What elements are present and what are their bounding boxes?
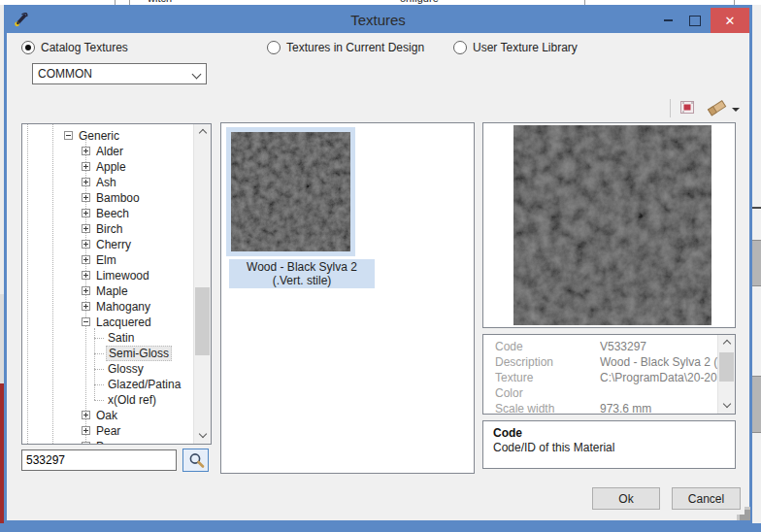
property-row-code[interactable]: CodeV533297 <box>483 339 718 354</box>
tree-item-label: Elm <box>96 253 116 267</box>
expand-icon[interactable] <box>82 240 90 249</box>
titlebar[interactable]: Textures ✕ <box>7 8 749 33</box>
tree-scrollbar[interactable] <box>193 124 211 444</box>
dropdown-caret-icon[interactable] <box>732 108 740 112</box>
tree-item-cherry[interactable]: Cherry <box>22 237 194 252</box>
tree-item-mahogany[interactable]: Mahogany <box>22 299 194 315</box>
expand-icon[interactable] <box>82 442 90 444</box>
tree-item-beech[interactable]: Beech <box>22 206 194 221</box>
tree-item-label: Generic <box>79 129 119 143</box>
tree-item-semi-gloss[interactable]: Semi-Gloss <box>22 346 194 361</box>
expand-icon[interactable] <box>82 271 90 280</box>
tree-item-pecan[interactable]: Pecan <box>22 439 194 444</box>
property-label: Scale width <box>495 401 600 415</box>
tree-item-label: Bamboo <box>96 191 140 205</box>
tree-item-x-old-ref[interactable]: x(Old ref) <box>22 392 194 408</box>
search-input[interactable] <box>21 449 177 471</box>
tree-item-label: Satin <box>108 331 134 345</box>
property-row-description[interactable]: DescriptionWood - Black Sylva 2 (.V <box>483 354 718 370</box>
ok-button[interactable]: Ok <box>592 487 660 510</box>
expand-icon[interactable] <box>82 411 90 419</box>
tree-item-apple[interactable]: Apple <box>22 159 194 175</box>
expand-icon[interactable] <box>82 147 90 155</box>
minimize-button[interactable] <box>657 8 678 33</box>
texture-flag-icon[interactable] <box>679 100 696 116</box>
expand-icon[interactable] <box>82 255 90 264</box>
tree-item-label: Limewood <box>96 269 149 283</box>
tree-item-label: Birch <box>96 222 122 236</box>
scroll-thumb[interactable] <box>719 352 734 382</box>
tree-item-label: Mahogany <box>96 300 150 314</box>
tree-item-lacquered[interactable]: Lacquered <box>22 315 194 330</box>
expand-icon[interactable] <box>82 302 90 311</box>
tree-item-bamboo[interactable]: Bamboo <box>22 190 194 206</box>
scroll-up-icon[interactable] <box>718 335 735 351</box>
texture-caption[interactable]: Wood - Black Sylva 2 (.Vert. stile) <box>229 259 375 288</box>
collapse-icon[interactable] <box>82 317 90 326</box>
tree-item-birch[interactable]: Birch <box>22 221 194 237</box>
expand-icon[interactable] <box>82 209 90 217</box>
property-row-scale-width[interactable]: Scale width973.6 mm <box>483 401 718 415</box>
texture-category-tree[interactable]: Generic Alder Apple Ash Bamboo Beech Bir… <box>21 123 212 445</box>
property-value: 973.6 mm <box>600 401 718 415</box>
tree-item-glazed-patina[interactable]: Glazed/Patina <box>22 377 194 392</box>
radio-label: Textures in Current Design <box>286 41 424 54</box>
chevron-down-icon <box>192 70 202 80</box>
expand-icon[interactable] <box>82 426 90 435</box>
property-row-texture[interactable]: TextureC:\ProgramData\20-20 T <box>483 370 718 385</box>
tree-item-generic[interactable]: Generic <box>22 128 194 144</box>
resize-grip[interactable] <box>737 507 744 515</box>
screen: witch onfigure Textures ✕ Cata <box>0 0 761 532</box>
property-info-panel: Code Code/ID of this Material <box>482 420 736 469</box>
maximize-button[interactable] <box>684 8 706 33</box>
tree-item-limewood[interactable]: Limewood <box>22 268 194 283</box>
cancel-button[interactable]: Cancel <box>672 487 741 510</box>
expand-icon[interactable] <box>82 286 90 295</box>
scroll-down-icon[interactable] <box>194 427 211 444</box>
search-icon <box>187 451 205 469</box>
tree-item-ash[interactable]: Ash <box>22 175 194 190</box>
tree-item-label: Oak <box>96 409 117 422</box>
property-value: V533297 <box>600 339 718 354</box>
tree-item-glossy[interactable]: Glossy <box>22 361 194 377</box>
radio-user-texture-library[interactable]: User Texture Library <box>453 40 578 54</box>
radio-icon <box>267 41 281 54</box>
properties-panel: CodeV533297 DescriptionWood - Black Sylv… <box>482 334 736 415</box>
scroll-up-icon[interactable] <box>194 124 211 141</box>
search-button[interactable] <box>182 449 209 472</box>
tree-item-maple[interactable]: Maple <box>22 283 194 299</box>
catalog-select[interactable]: COMMON <box>32 63 207 84</box>
property-label: Code <box>495 339 600 354</box>
radio-catalog-textures[interactable]: Catalog Textures <box>21 40 128 54</box>
scroll-thumb[interactable] <box>195 287 210 355</box>
scroll-down-icon[interactable] <box>718 397 735 414</box>
expand-icon[interactable] <box>82 193 90 202</box>
texture-thumbnail-selected[interactable] <box>226 127 355 256</box>
textures-dialog: Textures ✕ Catalog Textures Textures in … <box>4 5 752 523</box>
tree-item-alder[interactable]: Alder <box>22 144 194 159</box>
properties-scrollbar[interactable] <box>717 335 735 414</box>
radio-textures-in-current-design[interactable]: Textures in Current Design <box>267 40 424 54</box>
property-value <box>600 385 718 401</box>
tree-item-oak[interactable]: Oak <box>22 408 194 423</box>
expand-icon[interactable] <box>82 224 90 233</box>
expand-icon[interactable] <box>82 178 90 186</box>
tree-item-pear[interactable]: Pear <box>22 423 194 439</box>
close-button[interactable]: ✕ <box>711 8 749 33</box>
preview-toolbar <box>670 97 745 120</box>
tree-item-satin[interactable]: Satin <box>22 330 194 346</box>
properties-rows: CodeV533297 DescriptionWood - Black Sylv… <box>483 339 718 415</box>
window-title: Textures <box>350 12 406 28</box>
radio-label: Catalog Textures <box>41 41 128 54</box>
collapse-icon[interactable] <box>64 131 73 140</box>
property-row-color[interactable]: Color <box>483 385 718 401</box>
background-window-bottom-fragment <box>0 523 761 532</box>
property-value: C:\ProgramData\20-20 T <box>600 370 718 385</box>
expand-icon[interactable] <box>82 162 90 171</box>
maximize-icon <box>689 16 701 26</box>
tree-item-label-selected: Semi-Gloss <box>106 346 172 361</box>
tree-item-label: Alder <box>96 145 123 158</box>
eraser-icon[interactable] <box>706 99 729 116</box>
tree-item-elm[interactable]: Elm <box>22 252 194 268</box>
tree-item-label: x(Old ref) <box>108 393 156 407</box>
